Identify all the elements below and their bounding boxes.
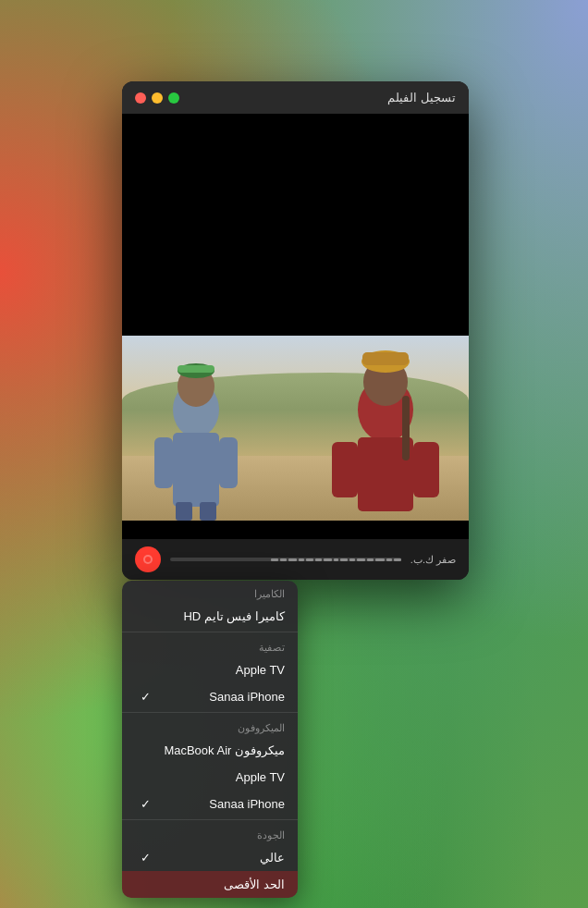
divider-2 <box>122 712 298 713</box>
mic-apple-tv-label: Apple TV <box>236 770 285 784</box>
maximize-button[interactable] <box>168 92 179 104</box>
window-controls <box>135 92 179 104</box>
seg15 <box>271 558 278 561</box>
seg9 <box>324 558 332 561</box>
seg5 <box>357 558 365 561</box>
mic-sanaa-label: Sanaa iPhone <box>209 797 285 811</box>
resolution-high-label: عالي <box>260 851 285 865</box>
mic-option-macbook[interactable]: ميكروفون MacBook Air <box>122 737 298 764</box>
seg4 <box>367 558 374 561</box>
progress-bar <box>170 558 401 561</box>
svg-rect-7 <box>176 502 192 521</box>
mic-checkmark: ✓ <box>141 797 151 811</box>
mic-option-apple-tv[interactable]: Apple TV <box>122 764 298 791</box>
filter-option-sanaa-iphone[interactable]: Sanaa iPhone ✓ <box>122 683 298 710</box>
titlebar: تسجيل الفيلم <box>122 81 469 114</box>
seg12 <box>299 558 304 561</box>
main-window: تسجيل الفيلم <box>122 81 469 580</box>
record-icon <box>143 555 153 564</box>
video-preview-bottom <box>122 336 469 521</box>
resolution-section-header: الجودة <box>122 822 298 844</box>
svg-rect-15 <box>332 442 358 497</box>
seg3 <box>375 558 385 561</box>
camera-feed <box>122 336 469 521</box>
svg-rect-6 <box>219 437 238 488</box>
svg-rect-5 <box>154 437 173 488</box>
resolution-checkmark: ✓ <box>141 851 151 865</box>
seg2 <box>386 558 392 561</box>
seg1 <box>394 558 401 561</box>
svg-rect-8 <box>200 502 216 521</box>
progress-segments <box>170 558 401 561</box>
seg14 <box>280 558 287 561</box>
resolution-max-label: الحد الأقصى <box>224 877 285 891</box>
controls-bar: صفر ك.ب. <box>122 539 469 580</box>
camera-section-header: الكاميرا <box>122 581 298 603</box>
svg-rect-14 <box>402 396 410 460</box>
divider-1 <box>122 632 298 632</box>
filter-section-header: تصفية <box>122 634 298 656</box>
filter-option-apple-tv[interactable]: Apple TV <box>122 656 298 683</box>
camera-option-facetime[interactable]: كاميرا فيس تايم HD <box>122 603 298 630</box>
svg-rect-1 <box>173 433 219 507</box>
svg-rect-16 <box>413 442 439 497</box>
mic-option-sanaa-iphone[interactable]: Sanaa iPhone ✓ <box>122 791 298 817</box>
seg11 <box>306 558 313 561</box>
minimize-button[interactable] <box>152 92 163 104</box>
seg7 <box>340 558 348 561</box>
filter-checkmark: ✓ <box>141 690 151 704</box>
seg6 <box>349 558 355 561</box>
window-title: تسجيل الفيلم <box>387 91 456 104</box>
filter-sanaa-label: Sanaa iPhone <box>209 690 285 704</box>
record-button[interactable] <box>135 546 161 572</box>
seg10 <box>315 558 322 561</box>
dropdown-menu: الكاميرا كاميرا فيس تايم HD تصفية Apple … <box>122 581 298 898</box>
seg13 <box>288 558 297 561</box>
filter-apple-tv-label: Apple TV <box>236 663 285 677</box>
close-button[interactable] <box>135 92 146 104</box>
person-left <box>141 354 251 521</box>
video-black-bar <box>122 521 469 539</box>
video-preview-top <box>122 114 469 336</box>
resolution-option-max[interactable]: الحد الأقصى <box>122 871 298 898</box>
divider-3 <box>122 819 298 820</box>
seg8 <box>334 558 338 561</box>
microphone-section-header: الميكروفون <box>122 715 298 737</box>
time-label: صفر ك.ب. <box>410 554 456 566</box>
svg-rect-4 <box>178 365 214 373</box>
resolution-option-high[interactable]: عالي ✓ <box>122 844 298 871</box>
person-right <box>321 345 450 521</box>
mic-macbook-label: ميكروفون MacBook Air <box>164 743 285 757</box>
svg-rect-13 <box>362 352 409 365</box>
